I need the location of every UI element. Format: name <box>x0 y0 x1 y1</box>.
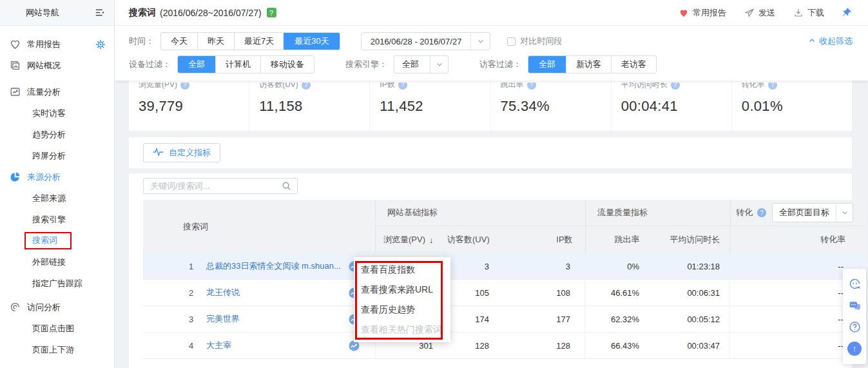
page-title: 搜索词 <box>129 7 156 19</box>
time-option-last30days[interactable]: 最近30天 <box>284 32 339 50</box>
conversion-label: 转化 <box>736 207 753 218</box>
metric-value: 0.01% <box>742 98 852 115</box>
favorite-report-button[interactable]: 常用报告 <box>679 7 726 19</box>
device-option-pc[interactable]: 计算机 <box>215 56 260 73</box>
feedback-chat-icon[interactable] <box>848 298 862 312</box>
sidebar-item-label: 访问分析 <box>27 302 61 313</box>
visitor-option-new[interactable]: 新访客 <box>566 56 611 73</box>
menu-item-related-hot-terms: 查看相关热门搜索词 <box>354 323 450 336</box>
sidebar-item-ad-tracking[interactable]: 指定广告跟踪 <box>0 273 114 294</box>
time-option-yesterday[interactable]: 昨天 <box>197 33 234 50</box>
page-date-range: (2016/06/28~2016/07/27) <box>160 8 262 18</box>
search-terms-table: 搜索词 网站基础指标 流量质量指标 转化 ? 全部页面目标 <box>143 200 866 359</box>
row-rank: 4 <box>189 341 202 351</box>
keyword-link[interactable]: 大主宰 <box>206 340 231 351</box>
sidebar-item-source-analysis[interactable]: 来源分析 <box>0 166 114 188</box>
time-option-today[interactable]: 今天 <box>161 33 197 50</box>
metric-label: 跳出率 <box>501 82 524 90</box>
metric-label: 浏览量(PV) <box>139 82 177 90</box>
chevron-down-icon[interactable] <box>470 33 490 50</box>
menu-item-search-referrer-url[interactable]: 查看搜索来路URL <box>354 283 450 296</box>
time-filter-label: 时间： <box>129 35 154 47</box>
sidebar-item-label: 外部链接 <box>32 257 66 268</box>
engine-select[interactable]: 全部 <box>394 55 448 73</box>
row-rank: 2 <box>189 288 202 298</box>
search-icon[interactable] <box>282 181 291 191</box>
send-button[interactable]: 发送 <box>744 7 775 19</box>
help-badge-icon[interactable]: ? <box>267 8 276 17</box>
sidebar-collapse-icon[interactable] <box>94 7 105 18</box>
floating-toolbar: ↑ <box>843 269 866 364</box>
customer-service-icon[interactable] <box>848 277 862 291</box>
visitor-segmented: 全部 新访客 老访客 <box>528 55 657 73</box>
date-range-picker[interactable]: 2016/06/28 - 2016/07/27 <box>361 32 491 50</box>
cell-duration: 01:23:18 <box>649 253 729 279</box>
column-header-pv[interactable]: 浏览量(PV) ↓ <box>376 234 440 246</box>
device-segmented: 全部 计算机 移动设备 <box>177 55 314 73</box>
menu-item-history-trend[interactable]: 查看历史趋势 <box>354 303 450 316</box>
question-circle-icon[interactable]: ? <box>398 82 407 90</box>
question-circle-icon[interactable]: ? <box>757 208 766 217</box>
sidebar-item-page-click-map[interactable]: 页面点击图 <box>0 318 114 339</box>
paper-plane-icon <box>744 8 755 18</box>
back-to-top-icon[interactable]: ↑ <box>847 342 862 356</box>
custom-metric-button[interactable]: 自定义指标 <box>143 143 220 162</box>
sidebar-title: 网站导航 <box>26 7 59 19</box>
send-label: 发送 <box>758 7 775 19</box>
keyword-link[interactable]: 完美世界 <box>206 313 240 325</box>
checkbox-icon[interactable] <box>507 37 516 46</box>
sidebar-item-favorite-reports[interactable]: 常用报告 <box>0 34 114 55</box>
column-header-uv[interactable]: 访客数(UV) <box>440 234 511 246</box>
question-circle-icon[interactable]: ? <box>768 82 777 90</box>
question-circle-icon[interactable]: ? <box>527 82 536 90</box>
sort-desc-icon[interactable]: ↓ <box>429 235 434 245</box>
question-circle-icon[interactable]: ? <box>671 82 680 90</box>
visitor-option-all[interactable]: 全部 <box>528 55 566 73</box>
column-header-ip[interactable]: IP数 <box>511 234 585 246</box>
collapse-filters-label: 收起筛选 <box>819 35 853 47</box>
sidebar-item-page-flow[interactable]: 页面上下游 <box>0 339 114 360</box>
sidebar-item-cross-screen[interactable]: 跨屏分析 <box>0 145 114 166</box>
conversion-goal-select[interactable]: 全部页面目标 <box>772 203 853 222</box>
sidebar-item-search-engines[interactable]: 搜索引擎 <box>0 209 114 230</box>
column-header-rate[interactable]: 转化率 <box>729 226 866 253</box>
compare-period-checkbox[interactable]: 对比时间段 <box>507 35 562 47</box>
cell-ip: 177 <box>510 306 584 332</box>
sidebar-item-label: 页面点击图 <box>32 323 74 334</box>
keyword-link[interactable]: 龙王传说 <box>206 287 240 298</box>
column-header-duration[interactable]: 平均访问时长 <box>649 234 729 246</box>
sidebar-item-search-terms[interactable]: 搜索词 <box>0 230 114 251</box>
sidebar-item-realtime-visitors[interactable]: 实时访客 <box>0 102 114 124</box>
filter-bar: 时间： 今天 昨天 最近7天 最近30天 2016/06/28 - 2016/0… <box>115 26 868 81</box>
sidebar-item-site-overview[interactable]: 网站概况 <box>0 55 114 76</box>
pin-icon[interactable] <box>841 7 853 19</box>
collapse-filters-link[interactable]: 收起筛选 <box>808 35 853 47</box>
download-button[interactable]: 下载 <box>793 7 824 19</box>
download-icon <box>793 8 804 18</box>
sidebar-item-label: 搜索引擎 <box>32 214 66 226</box>
visitor-option-returning[interactable]: 老访客 <box>611 56 656 73</box>
cell-bounce: 0% <box>584 253 649 279</box>
question-circle-icon[interactable]: ? <box>302 82 311 90</box>
menu-item-baidu-index[interactable]: 查看百度指数 <box>354 263 450 276</box>
download-label: 下载 <box>807 7 824 19</box>
gear-icon[interactable] <box>95 39 106 50</box>
question-circle-icon[interactable]: ? <box>180 82 189 90</box>
sidebar-item-all-sources[interactable]: 全部来源 <box>0 188 114 209</box>
chevron-down-icon[interactable] <box>836 204 853 222</box>
chevron-down-icon[interactable] <box>430 56 448 73</box>
cell-duration: 00:06:31 <box>649 280 729 305</box>
page-header: 搜索词 (2016/06/28~2016/07/27) ? 常用报告 发送 <box>115 0 868 26</box>
device-option-all[interactable]: 全部 <box>178 55 215 73</box>
time-option-last7days[interactable]: 最近7天 <box>234 33 284 50</box>
sidebar-item-trend-analysis[interactable]: 趋势分析 <box>0 124 114 145</box>
keyword-search-input[interactable] <box>150 181 282 191</box>
sidebar-item-external-links[interactable]: 外部链接 <box>0 251 114 273</box>
device-option-mobile[interactable]: 移动设备 <box>260 56 314 73</box>
sidebar-item-traffic-analysis[interactable]: 流量分析 <box>0 81 114 102</box>
metric-label: IP数 <box>380 82 394 90</box>
sidebar-item-visit-analysis[interactable]: 访问分析 <box>0 296 114 318</box>
keyword-link[interactable]: 总裁的33日索情全文阅读 m.shuan... <box>206 260 341 272</box>
help-icon[interactable] <box>848 320 862 334</box>
column-header-bounce[interactable]: 跳出率 <box>585 226 650 253</box>
